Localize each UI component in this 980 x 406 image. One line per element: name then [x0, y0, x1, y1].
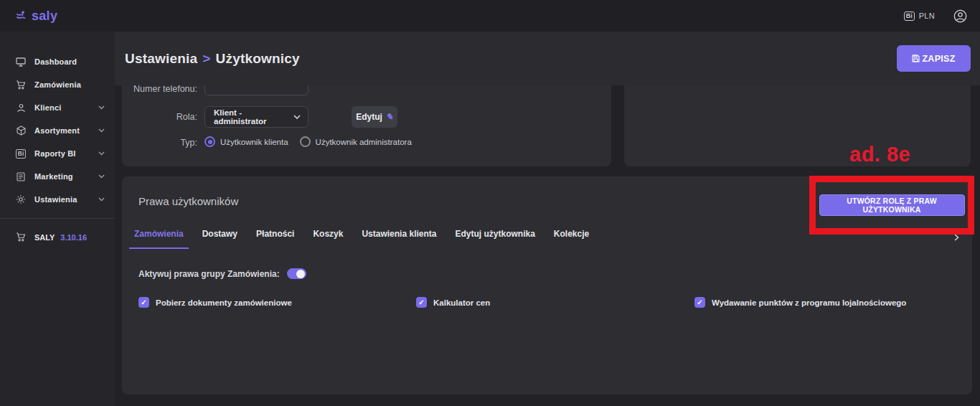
breadcrumb: Ustawienia>Użytkownicy [125, 51, 300, 67]
phone-input[interactable] [204, 85, 308, 95]
sidebar-item-raporty-bi[interactable]: Bi Raporty BI [0, 142, 115, 165]
app-name: SALY [34, 233, 55, 242]
phone-label: Numer telefonu: [122, 85, 197, 94]
rights-tabs: Zamówienia Dostawy Płatności Koszyk Usta… [129, 219, 594, 249]
group-rights-toggle-row: Aktywuj prawa grupy Zamówienia: [138, 268, 306, 279]
sidebar: Dashboard Zamówienia Klienci Asortyment [0, 32, 115, 406]
chevron-down-icon [98, 105, 105, 110]
sidebar-item-label: Raporty BI [34, 149, 76, 158]
banknote-icon: Bi [904, 11, 915, 21]
type-label: Typ: [122, 138, 197, 148]
sidebar-item-dashboard[interactable]: Dashboard [0, 50, 115, 73]
save-button[interactable]: ZAPISZ [897, 45, 971, 72]
tab-dostawy[interactable]: Dostawy [197, 219, 242, 249]
annotation-ad-8e: ad. 8e [849, 143, 910, 166]
role-label: Rola: [122, 112, 197, 122]
radio-selected-icon [204, 136, 215, 147]
checkbox-checked-icon[interactable] [694, 297, 705, 308]
create-role-button[interactable]: UTWÓRZ ROLĘ Z PRAW UŻYTKOWNIKA [819, 194, 965, 216]
sidebar-item-label: Ustawienia [34, 195, 77, 204]
sidebar-item-label: Klienci [34, 103, 61, 112]
red-highlight-box: UTWÓRZ ROLĘ Z PRAW UŻYTKOWNIKA [809, 176, 974, 235]
tab-platnosci[interactable]: Płatności [251, 219, 299, 249]
user-form-card: Numer telefonu: Rola: Klient - administr… [122, 85, 611, 166]
marketing-doc-icon [16, 171, 26, 181]
topbar: saly Bi PLN [0, 0, 980, 32]
side-panel-card [624, 85, 971, 166]
group-rights-toggle[interactable] [287, 268, 306, 279]
sidebar-item-label: Dashboard [34, 57, 77, 66]
permission-label: Kalkulator cen [433, 298, 490, 307]
dashboard-icon [16, 57, 26, 67]
logo-text: saly [32, 9, 57, 24]
chevron-down-icon [293, 115, 301, 120]
breadcrumb-parent[interactable]: Ustawienia [125, 51, 197, 66]
tab-edytuj-uzytkownika[interactable]: Edytuj użytkownika [450, 219, 540, 249]
user-type-radio-group: Użytkownik klienta Użytkownik administra… [204, 136, 412, 147]
permission-label: Wydawanie punktów z programu lojalnościo… [712, 298, 906, 307]
tab-kolekcje[interactable]: Kolekcje [549, 219, 594, 249]
saly-logo[interactable]: saly [16, 9, 57, 24]
radio-uzytkownik-administratora[interactable]: Użytkownik administratora [300, 136, 412, 147]
radio-uzytkownik-klienta[interactable]: Użytkownik klienta [204, 136, 288, 147]
reports-bi-icon: Bi [16, 148, 26, 159]
saly-logo-icon [16, 10, 29, 22]
sidebar-item-asortyment[interactable]: Asortyment [0, 119, 115, 142]
sidebar-item-label: Marketing [34, 172, 73, 181]
pencil-icon: ✎ [386, 112, 393, 122]
tab-zamowienia[interactable]: Zamówienia [129, 219, 189, 249]
section-title: Prawa użytkowników [138, 195, 238, 207]
tab-koszyk[interactable]: Koszyk [308, 219, 348, 249]
saly-cart-icon [16, 232, 26, 242]
radio-label: Użytkownik klienta [220, 138, 288, 146]
breadcrumb-separator: > [202, 51, 210, 66]
settings-gear-icon [16, 194, 26, 204]
chevron-down-icon [98, 197, 105, 202]
currency-selector[interactable]: Bi PLN [904, 11, 935, 21]
sidebar-version: SALY 3.10.16 [0, 227, 115, 247]
permission-item: Pobierz dokumenty zamówieniowe [138, 297, 292, 308]
permission-item: Kalkulator cen [416, 297, 490, 308]
role-select[interactable]: Klient - administrator [204, 106, 308, 128]
save-button-label: ZAPISZ [922, 54, 955, 64]
toggle-label: Aktywuj prawa grupy Zamówienia: [138, 269, 280, 279]
role-selected-value: Klient - administrator [214, 108, 293, 126]
checkbox-checked-icon[interactable] [416, 297, 427, 308]
tabs-overflow-chevron-icon[interactable] [954, 234, 959, 241]
page-title: Użytkownicy [216, 51, 300, 66]
user-account-icon[interactable] [953, 9, 967, 23]
chevron-down-icon [98, 128, 105, 133]
tab-ustawienia-klienta[interactable]: Ustawienia klienta [357, 219, 441, 249]
assortment-cube-icon [16, 126, 26, 136]
permission-item: Wydawanie punktów z programu lojalnościo… [694, 297, 906, 308]
sidebar-item-marketing[interactable]: Marketing [0, 165, 115, 188]
radio-label: Użytkownik administratora [316, 138, 412, 146]
edit-button-label: Edytuj [356, 112, 382, 122]
currency-code: PLN [919, 11, 935, 20]
checkbox-checked-icon[interactable] [138, 297, 149, 308]
edit-role-button[interactable]: Edytuj ✎ [352, 106, 397, 128]
save-floppy-icon [912, 55, 920, 62]
radio-unselected-icon [300, 136, 311, 147]
permission-label: Pobierz dokumenty zamówieniowe [156, 298, 292, 307]
sidebar-item-label: Asortyment [34, 126, 80, 135]
app-version: 3.10.16 [60, 233, 87, 242]
sidebar-item-klienci[interactable]: Klienci [0, 96, 115, 119]
page-header: Ustawienia>Użytkownicy ZAPISZ [115, 32, 980, 85]
chevron-down-icon [98, 151, 105, 156]
sidebar-item-zamowienia[interactable]: Zamówienia [0, 73, 115, 96]
sidebar-divider [0, 218, 115, 219]
clients-person-icon [16, 103, 26, 113]
chevron-down-icon [98, 174, 105, 179]
sidebar-item-label: Zamówienia [34, 80, 81, 89]
sidebar-item-ustawienia[interactable]: Ustawienia [0, 188, 115, 211]
orders-cart-icon [16, 80, 26, 90]
